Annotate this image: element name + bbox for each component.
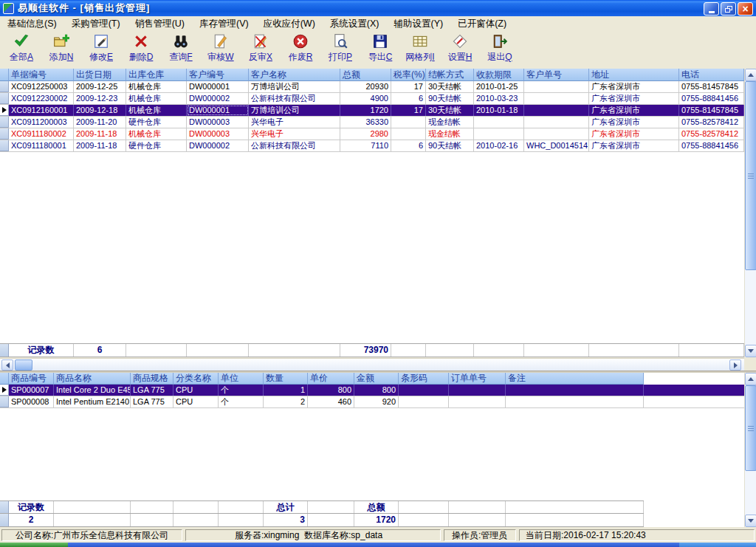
- close-button[interactable]: ×: [738, 2, 753, 16]
- summary-cell: [524, 344, 589, 357]
- cell: 2009-11-20: [74, 117, 126, 128]
- column-header[interactable]: 地址: [589, 69, 679, 81]
- toolbar: 全部A 添加N 修改E 删除D 查询F 审核W 反审X 作废R: [0, 31, 756, 69]
- cell: 0755-88841456: [679, 140, 744, 151]
- summary-indicator-cell: [0, 501, 9, 513]
- scrollbar-thumb[interactable]: [745, 385, 756, 471]
- cell: 广东省深圳市: [589, 81, 679, 92]
- cell: 0755-81457845: [679, 105, 744, 116]
- all-button[interactable]: 全部A: [1, 31, 41, 66]
- menu-item-inventory[interactable]: 库存管理(V): [192, 16, 256, 32]
- column-header[interactable]: 数量: [264, 373, 308, 385]
- delete-button[interactable]: 删除D: [121, 31, 161, 66]
- column-header[interactable]: 备注: [506, 373, 644, 385]
- cell: 广东省深圳市: [589, 117, 679, 128]
- settings-pencil-icon: [452, 33, 468, 49]
- menu-item-receivable-payable[interactable]: 应收应付(W): [256, 16, 323, 32]
- cell: 0755-88841456: [679, 93, 744, 104]
- scroll-down-button[interactable]: [745, 515, 756, 527]
- column-header[interactable]: 条形码: [399, 373, 449, 385]
- column-header[interactable]: 订单单号: [449, 373, 506, 385]
- menu-item-basic-info[interactable]: 基础信息(S): [0, 16, 64, 32]
- unaudit-button[interactable]: 反审X: [241, 31, 281, 66]
- start-button[interactable]: [0, 543, 68, 547]
- menu-item-open-windows[interactable]: 已开窗体(Z): [450, 16, 514, 32]
- exit-button[interactable]: 退出Q: [480, 31, 520, 66]
- summary-indicator-cell: [0, 514, 9, 526]
- scroll-down-button[interactable]: [745, 345, 756, 357]
- items-vertical-scrollbar[interactable]: [744, 373, 756, 527]
- column-header[interactable]: 商品名称: [54, 373, 131, 385]
- menu-item-system-settings[interactable]: 系统设置(X): [323, 16, 387, 32]
- table-row[interactable]: XC09111800012009-11-18硬件仓库DW000002公新科技有限…: [0, 140, 744, 152]
- table-row[interactable]: XC09122500032009-12-25机械仓库DW000001万博培训公司…: [0, 81, 744, 93]
- scrollbar-thumb[interactable]: [745, 81, 756, 270]
- summary-cell: 记录数: [9, 501, 54, 513]
- cell: [524, 93, 589, 104]
- h-scrollbar-thumb[interactable]: [15, 359, 32, 371]
- taskbar-strip[interactable]: [68, 543, 679, 547]
- summary-cell: [449, 514, 506, 526]
- scroll-left-button[interactable]: [1, 359, 13, 371]
- cell: 现金结帐: [426, 117, 474, 128]
- column-header[interactable]: 出库仓库: [126, 69, 187, 81]
- table-row[interactable]: XC09121600012009-12-18机械仓库DW000001万博培训公司…: [0, 105, 744, 117]
- query-button[interactable]: 查询F: [161, 31, 201, 66]
- menu-item-sales[interactable]: 销售管理(U): [128, 16, 192, 32]
- column-header[interactable]: 金额: [354, 373, 399, 385]
- column-header[interactable]: 商品编号: [9, 373, 54, 385]
- column-header[interactable]: 客户单号: [524, 69, 589, 81]
- column-header[interactable]: 商品规格: [131, 373, 173, 385]
- column-header[interactable]: 单据编号: [9, 69, 74, 81]
- cell: 机械仓库: [126, 81, 187, 92]
- table-row[interactable]: SP000008Intel Pentium E2140LGA 775CPU个24…: [0, 396, 744, 408]
- scroll-up-button[interactable]: [745, 373, 756, 385]
- items-header-row: 商品编号商品名称商品规格分类名称单位数量单价金额条形码订单单号备注: [0, 373, 644, 385]
- cell: 硬件仓库: [126, 140, 187, 151]
- column-header[interactable]: 总额: [340, 69, 391, 81]
- restore-button[interactable]: [721, 2, 736, 16]
- items-summary-labels-row: 记录数总计总额: [0, 500, 644, 514]
- column-header[interactable]: 单位: [219, 373, 264, 385]
- column-header[interactable]: 客户编号: [187, 69, 249, 81]
- cell: XC0911200003: [9, 117, 74, 128]
- print-button[interactable]: 打印P: [320, 31, 360, 66]
- cell: 广东省深圳市: [589, 128, 679, 140]
- table-row[interactable]: XC09112000032009-11-20硬件仓库DW000003兴华电子36…: [0, 117, 744, 128]
- row-indicator: [0, 117, 9, 128]
- edit-button[interactable]: 修改E: [81, 31, 121, 66]
- minimize-button[interactable]: [704, 2, 719, 16]
- column-header[interactable]: 收款期限: [474, 69, 524, 81]
- settings-button[interactable]: 设置H: [440, 31, 480, 66]
- menu-item-auxiliary-settings[interactable]: 辅助设置(Y): [386, 16, 450, 32]
- column-header[interactable]: 结帐方式: [426, 69, 474, 81]
- column-header[interactable]: 电话: [679, 69, 744, 81]
- orders-horizontal-scrollbar[interactable]: [0, 358, 744, 371]
- table-row[interactable]: XC09122300022009-12-23机械仓库DW000002公新科技有限…: [0, 93, 744, 105]
- summary-cell: [449, 501, 506, 513]
- cell: [449, 385, 506, 396]
- audit-button[interactable]: 审核W: [201, 31, 241, 66]
- summary-cell: [426, 344, 474, 357]
- orders-vertical-scrollbar[interactable]: [744, 69, 756, 357]
- scroll-up-button[interactable]: [745, 69, 756, 81]
- table-row[interactable]: XC09111800022009-11-18机械仓库DW000003兴华电子29…: [0, 128, 744, 140]
- table-row[interactable]: SP000007Intel Core 2 Duo E45LGA 775CPU个1…: [0, 385, 744, 396]
- cell: 2009-11-18: [74, 140, 126, 151]
- summary-cell: 1720: [354, 514, 399, 526]
- scroll-right-button[interactable]: [729, 359, 741, 371]
- export-button[interactable]: 导出C: [360, 31, 400, 66]
- thumb-grip-icon: [748, 426, 754, 431]
- grid-columns-button[interactable]: 网格列I: [400, 31, 440, 66]
- column-header[interactable]: 分类名称: [173, 373, 219, 385]
- column-header[interactable]: 单价: [308, 373, 354, 385]
- title-bar: 易顺佳软件 - [销售出货管理] ×: [0, 0, 756, 16]
- column-header[interactable]: 客户名称: [249, 69, 340, 81]
- menu-item-purchase[interactable]: 采购管理(T): [64, 16, 128, 32]
- column-header[interactable]: 出货日期: [74, 69, 126, 81]
- add-button[interactable]: 添加N: [41, 31, 81, 66]
- void-button[interactable]: 作废R: [281, 31, 320, 66]
- column-header[interactable]: 税率(%): [391, 69, 426, 81]
- summary-cell: [399, 514, 449, 526]
- window-title: 易顺佳软件 - [销售出货管理]: [18, 1, 150, 15]
